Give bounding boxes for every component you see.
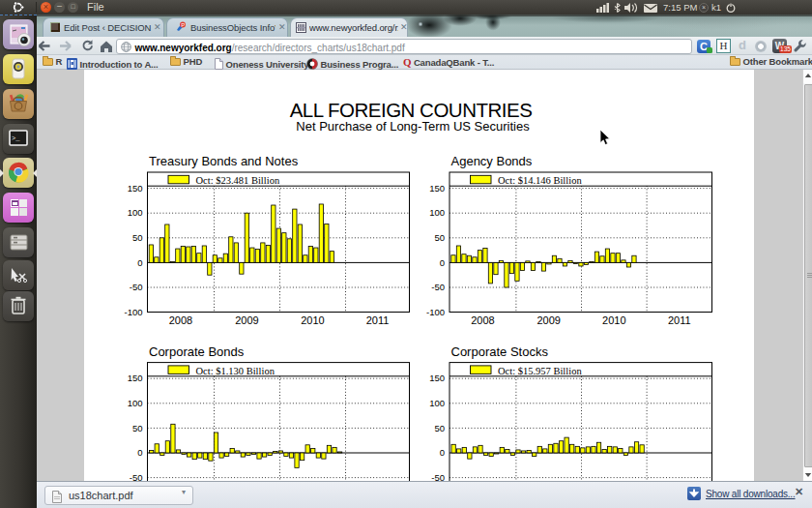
svg-text:2010: 2010 [301,314,324,326]
svg-text:Agency Bonds: Agency Bonds [451,154,533,168]
svg-text:2010: 2010 [602,314,625,326]
svg-text:-50: -50 [130,472,143,481]
svg-text:150: 150 [429,373,445,383]
svg-text:0: 0 [440,447,445,458]
svg-text:Oct: $23.481 Billion: Oct: $23.481 Billion [196,175,280,186]
svg-text:50: 50 [132,232,143,243]
svg-text:0: 0 [137,447,142,458]
svg-text:Corporate Stocks: Corporate Stocks [451,344,549,359]
svg-text:100: 100 [429,398,445,408]
svg-text:50: 50 [132,423,143,433]
svg-text:-100: -100 [124,307,142,317]
svg-text:Corporate Bonds: Corporate Bonds [149,344,245,359]
svg-text:>_: >_ [12,134,20,142]
svg-text:-50: -50 [130,282,143,292]
svg-text:2008: 2008 [169,314,192,326]
svg-text:50: 50 [434,232,445,243]
svg-text:P: P [181,22,185,28]
svg-text:2008: 2008 [471,314,494,326]
svg-text:0: 0 [137,257,142,268]
svg-text:2011: 2011 [366,314,390,326]
svg-text:150: 150 [128,183,143,194]
svg-text:150: 150 [429,183,445,194]
svg-text:Oct: $14.146 Billion: Oct: $14.146 Billion [498,175,582,186]
svg-text:0: 0 [440,257,445,268]
svg-text:Treasury Bonds and Notes: Treasury Bonds and Notes [149,154,299,168]
svg-text:2011: 2011 [668,314,691,326]
svg-text:150: 150 [128,373,143,383]
svg-text:Oct: $1.130 Billion: Oct: $1.130 Billion [196,366,276,376]
svg-text:-50: -50 [431,472,445,481]
svg-text:100: 100 [128,207,143,218]
svg-text:2009: 2009 [235,314,258,326]
svg-text:2009: 2009 [536,314,560,326]
svg-text:-50: -50 [431,282,445,292]
svg-text:-100: -100 [426,307,445,317]
svg-text:Oct: $15.957 Billion: Oct: $15.957 Billion [498,366,582,376]
svg-text:50: 50 [434,423,445,433]
svg-text:100: 100 [429,207,445,218]
svg-text:100: 100 [128,398,143,408]
